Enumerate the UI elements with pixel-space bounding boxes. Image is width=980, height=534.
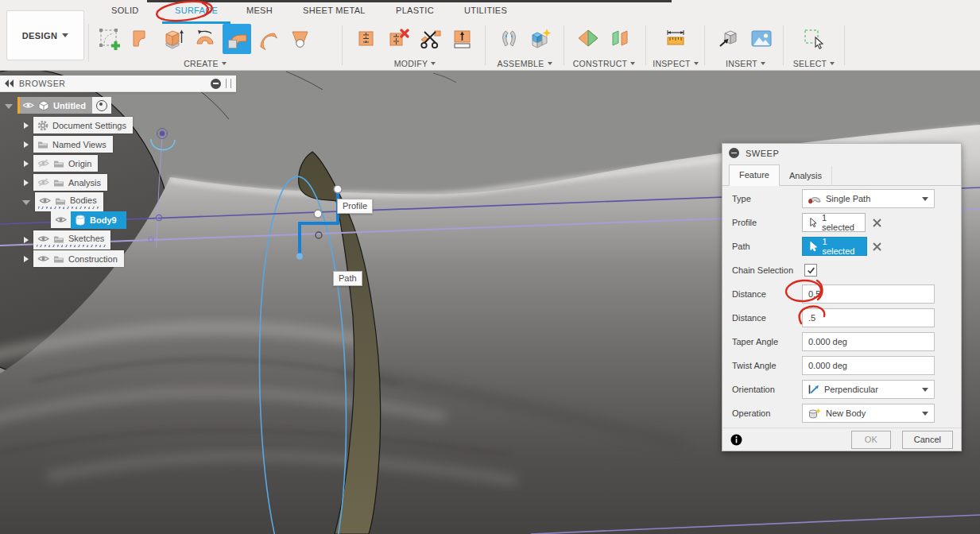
profile-tooltip: Profile	[337, 199, 373, 214]
ok-button[interactable]: OK	[851, 431, 891, 449]
distance1-input[interactable]	[802, 284, 935, 304]
operation-dropdown[interactable]: New Body	[802, 404, 935, 423]
insert-menu-label: INSERT	[726, 59, 757, 68]
collapse-dialog-icon[interactable]	[729, 148, 739, 158]
path-select-button-active[interactable]: 1 selected	[802, 237, 867, 256]
collapse-icon[interactable]	[211, 79, 221, 89]
modify-menu[interactable]: MODIFY	[347, 59, 482, 68]
collapsed-arrow-icon[interactable]	[24, 180, 29, 186]
fillet-icon	[257, 27, 281, 51]
patch-button[interactable]	[127, 24, 156, 54]
twist-angle-input[interactable]	[802, 356, 935, 375]
select-button[interactable]	[800, 24, 828, 54]
orientation-dropdown[interactable]: Perpendicular	[802, 380, 935, 399]
browser-header: BROWSER	[0, 75, 236, 92]
profile-handle[interactable]	[334, 185, 342, 193]
path-handle[interactable]	[314, 210, 322, 218]
tab-surface[interactable]: SURFACE	[175, 6, 218, 15]
collapsed-arrow-icon[interactable]	[24, 237, 29, 243]
measure-button[interactable]	[661, 24, 690, 54]
joint-button[interactable]	[494, 24, 523, 54]
collapsed-arrow-icon[interactable]	[24, 141, 29, 148]
sweep-dialog-header[interactable]: SWEEP	[722, 144, 961, 162]
eye-off-icon[interactable]	[37, 178, 49, 187]
browser-item-document-settings[interactable]: Document Settings	[24, 117, 133, 134]
browser-item-untitled[interactable]: Untitled	[5, 97, 111, 114]
group-construct: CONSTRUCT	[567, 24, 641, 68]
profile-endpoint[interactable]	[296, 253, 303, 260]
orientation-label: Orientation	[732, 385, 775, 394]
browser-item-bodies[interactable]: Bodies	[22, 193, 103, 210]
chevron-down-icon	[630, 62, 635, 65]
stitch-button[interactable]	[353, 24, 382, 54]
expand-arrow-icon[interactable]	[22, 200, 30, 205]
extrude-button[interactable]	[159, 24, 188, 54]
type-dropdown[interactable]: Single Path	[802, 189, 935, 208]
panel-resize-grip[interactable]	[226, 79, 231, 88]
browser-item-origin[interactable]: Origin	[24, 155, 98, 172]
revolve-button[interactable]	[191, 24, 219, 54]
browser-item-construction[interactable]: Construction	[24, 250, 124, 267]
active-document-radio-icon[interactable]	[96, 100, 107, 111]
tab-plastic[interactable]: PLASTIC	[396, 6, 434, 15]
tab-mesh[interactable]: MESH	[246, 6, 273, 15]
assemble-menu[interactable]: ASSEMBLE	[489, 59, 560, 68]
group-inspect: INSPECT	[650, 24, 701, 68]
tab-feature[interactable]: Feature	[729, 164, 780, 186]
loft-button[interactable]	[286, 24, 315, 54]
browser-item-sketches[interactable]: Sketches	[24, 231, 110, 248]
construct-menu[interactable]: CONSTRUCT	[567, 59, 641, 68]
tab-solid[interactable]: SOLID	[111, 6, 139, 15]
new-component-button[interactable]	[526, 24, 555, 54]
browser-item-body9-selected[interactable]: Body9	[51, 211, 126, 228]
folder-icon	[53, 234, 64, 243]
eye-icon[interactable]	[22, 101, 34, 110]
profile-row: Profile 1 selected	[722, 212, 961, 233]
insert-image-button[interactable]	[747, 24, 776, 54]
profile-select-button[interactable]: 1 selected	[802, 213, 866, 232]
extend-button[interactable]	[448, 24, 477, 54]
tab-analysis[interactable]: Analysis	[780, 166, 832, 186]
midplane-button[interactable]	[574, 24, 602, 54]
tab-sheet-metal[interactable]: SHEET METAL	[303, 6, 366, 15]
select-menu[interactable]: SELECT	[787, 59, 841, 68]
expand-arrow-icon[interactable]	[5, 104, 13, 109]
group-divider	[704, 25, 705, 65]
folder-icon	[53, 178, 64, 187]
cancel-button[interactable]: Cancel	[902, 431, 953, 449]
tab-utilities[interactable]: UTILITIES	[464, 6, 507, 15]
workspace-switcher[interactable]: DESIGN	[6, 10, 84, 60]
chevron-down-icon	[922, 197, 928, 201]
inspect-menu[interactable]: INSPECT	[650, 59, 701, 68]
loft-icon	[289, 27, 312, 51]
chain-selection-checkbox-checked[interactable]	[804, 264, 817, 277]
browser-item-analysis[interactable]: Analysis	[24, 174, 107, 191]
browser-item-named-views[interactable]: Named Views	[24, 136, 113, 153]
create-menu[interactable]: CREATE	[89, 59, 321, 68]
unstitch-button[interactable]	[385, 24, 413, 54]
create-sketch-button[interactable]	[95, 24, 124, 54]
distance2-input[interactable]	[802, 308, 935, 327]
collapsed-arrow-icon[interactable]	[24, 161, 29, 167]
eye-icon[interactable]	[55, 215, 67, 224]
taper-angle-input[interactable]	[802, 332, 935, 351]
eye-off-icon[interactable]	[37, 159, 49, 168]
eye-icon[interactable]	[37, 234, 49, 243]
collapsed-arrow-icon[interactable]	[24, 256, 29, 262]
trim-button[interactable]	[416, 24, 445, 54]
collapse-panel-icon[interactable]	[5, 79, 14, 87]
dialog-title: SWEEP	[746, 149, 779, 158]
eye-icon[interactable]	[39, 196, 51, 205]
info-icon[interactable]	[730, 434, 742, 446]
eye-icon[interactable]	[37, 254, 49, 263]
gear-icon	[37, 120, 48, 131]
insert-derive-button[interactable]	[715, 24, 744, 54]
fillet-button[interactable]	[254, 24, 283, 54]
sweep-button-active[interactable]	[223, 24, 251, 54]
clear-path-selection-button[interactable]	[870, 240, 883, 253]
insert-menu[interactable]: INSERT	[714, 59, 777, 68]
sketch-point[interactable]	[160, 131, 165, 136]
clear-profile-selection-button[interactable]	[870, 216, 883, 229]
offset-plane-button[interactable]	[606, 24, 634, 54]
collapsed-arrow-icon[interactable]	[24, 122, 29, 129]
